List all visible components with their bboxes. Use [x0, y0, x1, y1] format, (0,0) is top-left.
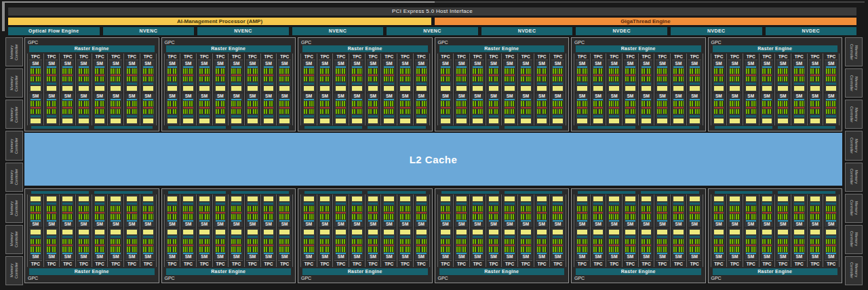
- core-row: [762, 247, 772, 252]
- sm-block: SM: [439, 61, 452, 92]
- cuda-core-array: [719, 109, 724, 115]
- sm-teal-strip: [609, 115, 619, 117]
- sm-label: SM: [368, 254, 379, 260]
- sm-teal-strip: [794, 236, 804, 238]
- red-divider: [473, 245, 483, 246]
- sm-block: SM: [182, 61, 195, 92]
- sm-yellow-bar: [762, 230, 772, 234]
- cuda-core-array: [559, 77, 563, 82]
- sm-block: SM: [793, 61, 806, 92]
- sm-yellow-bar: [95, 196, 105, 201]
- sm-teal-strip: [352, 236, 362, 238]
- cuda-core-array: [441, 247, 445, 252]
- sm-teal-strip: [714, 83, 724, 85]
- cuda-core-array: [593, 247, 597, 252]
- cuda-core-array: [352, 68, 356, 74]
- memory-controller: Memory Controller: [845, 194, 863, 223]
- core-row: [730, 247, 740, 252]
- red-divider: [609, 245, 619, 246]
- cuda-core-array: [100, 247, 104, 252]
- raster-engine-bar: Raster Engine: [166, 268, 292, 275]
- sm-teal-strip: [368, 236, 378, 238]
- tpc-block: TPCSMSM: [549, 54, 566, 125]
- sm-block: SM: [576, 61, 589, 92]
- red-divider: [730, 75, 740, 76]
- tpc-label: TPC: [142, 260, 155, 267]
- cuda-core-array: [719, 77, 724, 82]
- tpc-label: TPC: [351, 54, 363, 60]
- cuda-core-array: [79, 101, 83, 106]
- core-row: [657, 109, 667, 115]
- cuda-core-array: [657, 109, 661, 115]
- tpc-label: TPC: [246, 260, 259, 267]
- sm-teal-strip: [279, 115, 290, 117]
- gpc-row-top: GPCRaster EngineTPCSMSMTPCSMSMTPCSMSMTPC…: [24, 37, 842, 131]
- red-divider: [31, 75, 41, 76]
- cuda-core-array: [730, 68, 734, 74]
- core-row: [279, 247, 290, 252]
- cuda-core-array: [816, 206, 820, 211]
- tpc-label: TPC: [61, 260, 74, 267]
- cuda-core-array: [537, 214, 541, 220]
- memory-controller: Memory Controller: [5, 100, 23, 129]
- tpc-block: TPCSMSM: [317, 194, 333, 267]
- sm-label: SM: [263, 254, 275, 260]
- sm-label: SM: [641, 61, 652, 66]
- cuda-core-array: [167, 206, 172, 211]
- texture-strip: [578, 191, 635, 194]
- cuda-core-array: [216, 214, 220, 220]
- cuda-core-array: [473, 109, 477, 115]
- sm-block: SM: [351, 228, 363, 260]
- cuda-core-array: [36, 68, 40, 74]
- sm-yellow-bar: [657, 86, 667, 91]
- cuda-core-array: [690, 109, 694, 115]
- sm-yellow-bar: [762, 196, 772, 201]
- cuda-core-array: [736, 101, 740, 106]
- core-row: [127, 214, 137, 220]
- core-row: [778, 239, 788, 245]
- raster-engine-bar: Raster Engine: [439, 45, 565, 52]
- sm-teal-strip: [456, 115, 467, 117]
- red-divider: [279, 107, 290, 108]
- core-row: [690, 206, 700, 211]
- sm-block: SM: [551, 94, 564, 125]
- texture-strip: [441, 126, 499, 129]
- sm-block: SM: [399, 195, 412, 227]
- sm-yellow-bar: [537, 196, 547, 201]
- cuda-core-array: [352, 206, 356, 211]
- blue-strip: [416, 66, 427, 68]
- tpc-label: TPC: [399, 260, 412, 267]
- core-row: [368, 68, 378, 74]
- cuda-core-array: [84, 214, 88, 220]
- red-divider: [216, 107, 226, 108]
- core-row: [441, 77, 451, 82]
- sm-block: SM: [278, 61, 291, 92]
- sm-block: SM: [61, 94, 74, 125]
- sm-yellow-bar: [762, 86, 772, 91]
- red-divider: [279, 212, 290, 213]
- cuda-core-array: [143, 239, 147, 245]
- nvenc-bar: NVENC: [292, 27, 384, 35]
- core-row: [248, 247, 258, 252]
- core-row: [473, 214, 483, 220]
- sm-label: SM: [673, 61, 684, 66]
- sm-label: SM: [351, 61, 363, 66]
- cuda-core-array: [494, 214, 498, 220]
- tpc-block: TPCSMSM: [517, 194, 534, 267]
- blue-strip: [111, 66, 121, 68]
- core-row: [416, 239, 427, 245]
- tpc-block: TPCSMSM: [774, 54, 791, 125]
- sm-teal-strip: [505, 115, 515, 117]
- sm-yellow-bar: [714, 119, 724, 123]
- sm-teal-strip: [167, 236, 178, 238]
- sm-label: SM: [231, 61, 242, 66]
- cuda-core-array: [320, 214, 324, 220]
- memory-controller: Memory Controller: [5, 256, 23, 285]
- sm-yellow-bar: [47, 86, 57, 91]
- tpc-block: TPCSMSM: [413, 194, 430, 267]
- sm-yellow-bar: [810, 196, 821, 201]
- tpc-label: TPC: [29, 260, 42, 267]
- cuda-core-array: [730, 247, 734, 252]
- blue-strip: [231, 66, 241, 68]
- red-divider: [384, 212, 394, 213]
